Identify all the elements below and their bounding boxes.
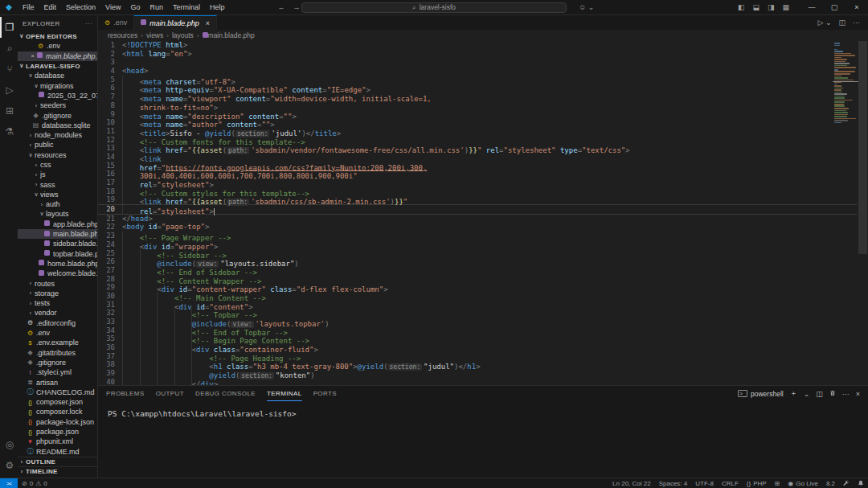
code-line[interactable]: 40</div> [98,378,857,385]
code-line[interactable]: 29<div id="content-wrapper" class="d-fle… [98,283,857,292]
toggle-panel-icon[interactable]: ⬓ [752,3,760,11]
code-line[interactable]: 3 [98,58,857,67]
close-button[interactable]: × [845,0,868,15]
line-number[interactable]: 15 [98,162,122,170]
menu-go[interactable]: Go [125,3,145,11]
maximize-button[interactable]: ▢ [823,0,845,15]
extensions-icon[interactable]: ⊞ [0,100,18,121]
line-number[interactable]: 13 [98,144,122,153]
line-number[interactable]: 29 [98,283,122,292]
line-number[interactable]: 36 [98,343,122,352]
menu-file[interactable]: File [18,3,39,11]
line-number[interactable]: 25 [98,249,122,258]
tree-file-package-json[interactable]: {}package.json [18,427,97,437]
close-panel-icon[interactable]: × [856,390,860,398]
code-line[interactable]: 22<body id="page-top"> [98,223,857,232]
tree-file-composer-lock[interactable]: {}composer.lock [18,407,97,416]
code-editor[interactable]: 1<!DOCTYPE html>2<html lang="en">34<head… [98,41,868,385]
line-number[interactable]: 37 [98,352,122,361]
tab-main-blade-php[interactable]: main.blade.php× [134,15,217,30]
code-line[interactable]: 31<div id="content"> [98,301,857,310]
code-line[interactable]: 11<title>Sisfo - @yield(section:'judul')… [98,127,857,136]
editor-more-actions-icon[interactable]: ··· [853,18,860,27]
line-number[interactable]: 24 [98,240,122,249]
tree-file--gitignore[interactable]: ◆.gitignore [18,110,97,120]
panel-tab-ports[interactable]: PORTS [313,386,337,401]
code-line[interactable]: 28<!-- Content Wrapper --> [98,275,857,284]
line-number[interactable]: 23 [98,232,122,240]
code-line[interactable]: 38<h1 class="h3 mb-4 text-gray-800">@yie… [98,360,857,369]
code-line[interactable]: 2<html lang="en"> [98,50,857,59]
line-number[interactable]: 38 [98,360,122,369]
tree-file-welcome-blade-php[interactable]: welcome.blade.php [18,269,97,278]
tree-folder-layouts[interactable]: ∨layouts [18,209,97,219]
code-line[interactable]: 16300i,400,400i,600,600i,700,700i,800,80… [98,170,857,178]
tree-file-app-blade-php[interactable]: app.blade.php [18,219,97,229]
tree-file-phpunit-xml[interactable]: ▼phpunit.xml [18,437,97,446]
search-input[interactable]: ⌕ laravel-sisfo [301,2,567,13]
code-line[interactable]: 37<!-- Page Heading --> [98,352,857,361]
code-line[interactable]: 13<link href="{{asset(path:'sbadmin/vend… [98,144,857,153]
code-line[interactable]: 4<head> [98,67,857,76]
line-number[interactable]: 31 [98,301,122,310]
line-number[interactable]: 34 [98,326,122,335]
customize-layout-icon[interactable]: ▦ [782,3,789,11]
code-line[interactable]: 18<!-- Custom styles for this template--… [98,187,857,196]
line-number[interactable]: 5 [98,76,122,84]
line-number[interactable]: 10 [98,118,122,127]
search-icon[interactable]: ⌕ [0,38,18,59]
encoding[interactable]: UTF-8 [691,478,718,488]
toggle-sidebar-icon[interactable]: ◧ [738,3,745,11]
kill-terminal-icon[interactable] [829,390,836,398]
panel-more-actions-icon[interactable]: ··· [842,390,850,398]
tree-file--gitignore[interactable]: ◆.gitignore [18,358,97,367]
code-line[interactable]: 27<!-- End of Sidebar --> [98,266,857,275]
line-number[interactable]: 2 [98,50,122,59]
open-editor-item[interactable]: ×main.blade.php... [18,51,97,61]
tree-folder-sass[interactable]: ›sass [18,179,97,189]
tree-folder-node-modules[interactable]: ›node_modules [18,130,97,140]
code-line[interactable]: 12<!-- Custom fonts for this template--> [98,136,857,145]
code-line[interactable]: 20rel="stylesheet"> [98,204,857,215]
nav-forward-icon[interactable]: → [293,3,300,11]
run-php-icon[interactable]: ▷ ⌄ [818,18,832,27]
tree-folder-seeders[interactable]: ›seeders [18,100,97,110]
shell-label[interactable]: powershell [751,390,784,398]
code-line[interactable]: 24<div id="wrapper"> [98,240,857,249]
line-number[interactable]: 12 [98,136,122,145]
browser-preview[interactable]: ⊞ [771,478,784,488]
code-line[interactable]: 17rel="stylesheet"> [98,178,857,187]
cursor-position[interactable]: Ln 20, Col 22 [608,478,655,488]
timeline-section[interactable]: ›TIMELINE [18,466,97,476]
explorer-icon[interactable]: ❐ [0,17,18,38]
line-number[interactable]: 35 [98,334,122,343]
line-number[interactable]: 22 [98,223,122,232]
tree-folder-migrations[interactable]: ∨migrations [18,80,97,90]
code-line[interactable]: 9<meta name="description" content=""> [98,110,857,119]
code-line[interactable]: 8shrink-to-fit=no"> [98,101,857,110]
breadcrumb-item[interactable]: layouts [172,31,194,39]
tree-folder-routes[interactable]: ›routes [18,278,97,288]
new-terminal-icon[interactable]: ＋ [790,388,797,399]
code-line[interactable]: 36<div class="container-fluid"> [98,343,857,352]
line-number[interactable]: 14 [98,153,122,162]
indentation[interactable]: Spaces: 4 [655,478,692,488]
line-number[interactable]: 1 [98,41,122,50]
line-number[interactable]: 27 [98,266,122,275]
code-line[interactable]: 30<!-- Main Content --> [98,292,857,301]
minimap[interactable] [834,43,857,124]
tree-file--editorconfig[interactable]: ⚙.editorconfig [18,318,97,328]
breadcrumb-item[interactable]: resources [108,31,137,39]
menu-run[interactable]: Run [145,3,168,11]
open-editor-item[interactable]: ⚙.env [18,41,97,51]
tree-file--gitattributes[interactable]: ◆.gitattributes [18,348,97,358]
tree-folder-tests[interactable]: ›tests [18,298,97,308]
panel-tab-debug-console[interactable]: DEBUG CONSOLE [195,386,256,401]
outline-section[interactable]: ›OUTLINE [18,457,97,466]
tree-file-artisan[interactable]: ≣artisan [18,377,97,387]
run-and-debug-icon[interactable]: ▷ [0,80,18,100]
tree-file-main-blade-php[interactable]: main.blade.php [18,229,97,239]
tree-folder-public[interactable]: ›public [18,140,97,150]
code-line[interactable]: 1<!DOCTYPE html> [98,41,857,50]
line-number[interactable]: 17 [98,178,122,187]
